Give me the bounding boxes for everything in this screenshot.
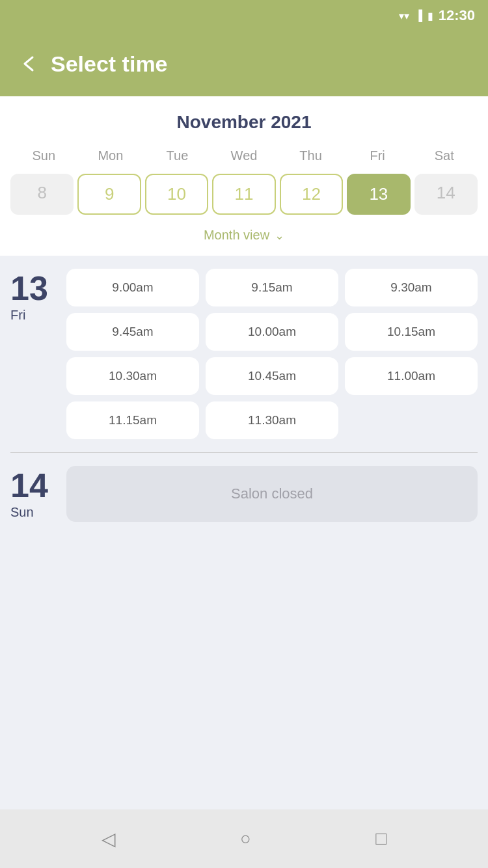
day-14-label: 14 Sun (10, 466, 56, 520)
status-icons: ▾▾ ▐ ▮ (399, 10, 433, 22)
day-13-number: 13 (10, 271, 48, 305)
day-13[interactable]: 13 (347, 174, 410, 215)
month-year-title: November 2021 (10, 112, 478, 133)
time-section: 13 Fri 9.00am 9.15am 9.30am 9.45am 10.00… (0, 256, 488, 809)
time-slot-1100am[interactable]: 11.00am (345, 357, 478, 395)
salon-closed-message: Salon closed (66, 466, 478, 522)
day-12[interactable]: 12 (280, 174, 343, 215)
weekday-thu: Thu (277, 146, 344, 166)
weekday-sun: Sun (10, 146, 77, 166)
time-slot-930am[interactable]: 9.30am (345, 269, 478, 306)
app-header: Select time (0, 31, 488, 96)
day-8: 8 (10, 174, 74, 215)
month-view-toggle[interactable]: Month view ⌄ (10, 225, 478, 245)
nav-recent-button[interactable]: □ (375, 828, 386, 849)
time-slot-1130am[interactable]: 11.30am (206, 401, 338, 439)
chevron-down-icon: ⌄ (275, 228, 284, 243)
bottom-navigation: ◁ ○ □ (0, 809, 488, 868)
status-bar: ▾▾ ▐ ▮ 12:30 (0, 0, 488, 31)
battery-icon: ▮ (427, 10, 433, 22)
weekday-sat: Sat (411, 146, 478, 166)
back-button[interactable] (20, 55, 38, 73)
section-divider (10, 452, 478, 453)
day-14-number: 14 (10, 468, 48, 502)
time-slot-1015am[interactable]: 10.15am (345, 313, 478, 351)
nav-recent-icon: □ (375, 828, 386, 849)
day-13-name: Fri (10, 308, 25, 323)
month-view-label: Month view (204, 228, 269, 243)
nav-home-icon: ○ (240, 828, 251, 849)
day-9[interactable]: 9 (77, 174, 141, 215)
signal-icon: ▐ (414, 10, 422, 21)
weekday-tue: Tue (144, 146, 211, 166)
time-slot-900am[interactable]: 9.00am (66, 269, 199, 306)
day-14-name: Sun (10, 505, 34, 520)
day-14-block: 14 Sun Salon closed (10, 466, 478, 522)
time-slot-915am[interactable]: 9.15am (206, 269, 338, 306)
time-slots-grid-13: 9.00am 9.15am 9.30am 9.45am 10.00am 10.1… (66, 269, 478, 439)
wifi-icon: ▾▾ (399, 10, 409, 22)
time-slot-945am[interactable]: 9.45am (66, 313, 199, 351)
weekdays-row: Sun Mon Tue Wed Thu Fri Sat (10, 146, 478, 166)
time-slot-1030am[interactable]: 10.30am (66, 357, 199, 395)
day-10[interactable]: 10 (145, 174, 208, 215)
status-time: 12:30 (439, 7, 475, 24)
weekday-wed: Wed (211, 146, 278, 166)
nav-back-button[interactable]: ◁ (102, 828, 116, 850)
time-slot-1000am[interactable]: 10.00am (206, 313, 338, 351)
weekday-mon: Mon (77, 146, 144, 166)
nav-home-button[interactable]: ○ (240, 828, 251, 849)
day-13-label: 13 Fri (10, 269, 56, 439)
weekday-fri: Fri (344, 146, 411, 166)
day-13-block: 13 Fri 9.00am 9.15am 9.30am 9.45am 10.00… (10, 269, 478, 439)
day-14: 14 (414, 174, 478, 215)
time-slot-1045am[interactable]: 10.45am (206, 357, 338, 395)
days-row: 8 9 10 11 12 13 14 (10, 174, 478, 215)
page-title: Select time (51, 51, 168, 77)
day-11[interactable]: 11 (212, 174, 275, 215)
time-slot-1115am[interactable]: 11.15am (66, 401, 199, 439)
nav-back-icon: ◁ (102, 828, 116, 850)
calendar-section: November 2021 Sun Mon Tue Wed Thu Fri Sa… (0, 96, 488, 256)
